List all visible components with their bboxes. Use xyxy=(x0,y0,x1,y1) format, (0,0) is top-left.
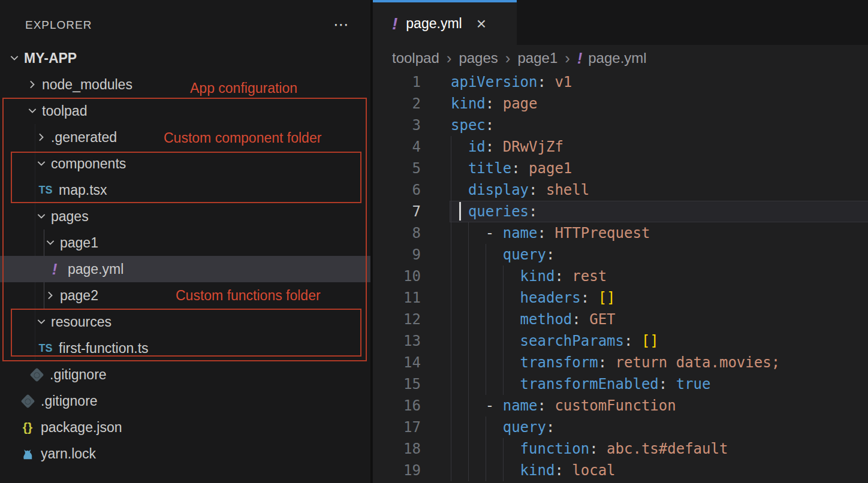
tree-item-root-my-app[interactable]: MY-APP xyxy=(0,45,370,71)
tree-item-map-tsx[interactable]: TSmap.tsx xyxy=(0,177,370,203)
line-number: 15 xyxy=(373,376,421,393)
tree-item-pages[interactable]: pages xyxy=(0,203,370,230)
code-editor[interactable]: 1apiVersion: v12kind: page3spec:4 id: DR… xyxy=(373,71,868,483)
code-line-6[interactable]: 6 display: shell xyxy=(373,179,868,201)
code-line-3[interactable]: 3spec: xyxy=(373,114,868,136)
code-line-10[interactable]: 10 kind: rest xyxy=(373,265,868,287)
code-line-text: title: page1 xyxy=(451,160,572,177)
code-line-4[interactable]: 4 id: DRwVjZf xyxy=(373,136,868,158)
line-number: 4 xyxy=(373,138,421,155)
chevron-down-icon xyxy=(8,52,20,64)
breadcrumb-item-page1[interactable]: page1 xyxy=(517,50,557,67)
tree-item-resources[interactable]: resources xyxy=(0,309,370,335)
breadcrumb-item-page-yml[interactable]: page.yml xyxy=(588,50,646,67)
line-number: 1 xyxy=(373,74,421,90)
tree-item-label: node_modules xyxy=(42,77,132,93)
tree-item-yarn-lock[interactable]: yarn.lock xyxy=(0,440,370,467)
code-line-8[interactable]: 8 - name: HTTPrequest xyxy=(373,222,868,244)
breadcrumb-item-toolpad[interactable]: toolpad xyxy=(392,50,439,67)
code-line-text: transformEnabled: true xyxy=(451,376,710,393)
tree-item-label: map.tsx xyxy=(59,182,107,198)
explorer-title: EXPLORER xyxy=(25,19,92,32)
vscode-window: EXPLORER ⋯ MY-APPnode_modulestoolpad.gen… xyxy=(0,0,868,483)
tree-item-label: page.yml xyxy=(68,261,123,277)
json-icon: {} xyxy=(20,419,35,435)
tree-item-page2[interactable]: page2 xyxy=(0,282,370,309)
ts-icon: TS xyxy=(38,182,53,198)
tree-item-label: package.json xyxy=(41,419,122,436)
code-line-14[interactable]: 14 transform: return data.movies; xyxy=(373,352,868,373)
tree-item-label: page2 xyxy=(60,288,98,304)
yaml-icon: ! xyxy=(47,261,62,277)
code-line-text: spec: xyxy=(451,117,494,134)
tree-item-page-yml[interactable]: !page.yml xyxy=(0,256,370,282)
code-line-text: queries: xyxy=(451,203,538,220)
tree-item-toolpad[interactable]: toolpad xyxy=(0,98,370,124)
code-line-5[interactable]: 5 title: page1 xyxy=(373,158,868,179)
tree-item-package-json[interactable]: {}package.json xyxy=(0,414,370,440)
tree-item-label: .gitignore xyxy=(50,367,107,383)
close-icon[interactable]: × xyxy=(477,16,486,32)
tree-item-components[interactable]: components xyxy=(0,150,370,177)
code-line-13[interactable]: 13 searchParams: [] xyxy=(373,330,868,352)
ts-icon: TS xyxy=(38,340,53,356)
line-number: 14 xyxy=(373,354,421,371)
tab-page-yml[interactable]: ! page.yml × xyxy=(373,0,517,45)
tree-item-label: toolpad xyxy=(42,103,87,119)
code-line-17[interactable]: 17 query: xyxy=(373,416,868,438)
tree-item-label: first-function.ts xyxy=(59,340,149,357)
tab-bar: ! page.yml × xyxy=(373,0,868,45)
chevron-down-icon xyxy=(35,210,47,222)
yarn-icon xyxy=(20,446,35,461)
line-number: 7 xyxy=(373,203,421,220)
tree-item-label: .generated xyxy=(51,129,117,146)
code-line-15[interactable]: 15 transformEnabled: true xyxy=(373,373,868,395)
explorer-sidebar: EXPLORER ⋯ MY-APPnode_modulestoolpad.gen… xyxy=(0,0,372,483)
chevron-right-icon xyxy=(26,79,38,90)
tree-item-node-modules[interactable]: node_modules xyxy=(0,71,370,98)
code-line-19[interactable]: 19 kind: local xyxy=(373,460,868,481)
code-line-text: apiVersion: v1 xyxy=(451,74,572,90)
git-icon xyxy=(29,367,44,382)
line-number: 13 xyxy=(373,333,421,349)
line-number: 3 xyxy=(373,117,421,134)
code-line-11[interactable]: 11 headers: [] xyxy=(373,287,868,309)
code-line-1[interactable]: 1apiVersion: v1 xyxy=(373,71,868,93)
chevron-down-icon xyxy=(26,105,38,117)
file-tree: MY-APPnode_modulestoolpad.generatedcompo… xyxy=(0,45,370,467)
code-line-text: function: abc.ts#default xyxy=(451,440,728,457)
code-line-text: display: shell xyxy=(451,182,589,198)
code-line-text: - name: HTTPrequest xyxy=(451,225,650,242)
line-number: 2 xyxy=(373,95,421,112)
tree-item-label: .gitignore xyxy=(41,393,98,409)
more-actions-icon[interactable]: ⋯ xyxy=(333,14,350,35)
breadcrumb-item-pages[interactable]: pages xyxy=(459,50,498,67)
code-line-text: transform: return data.movies; xyxy=(451,354,780,371)
tree-item--gitignore[interactable]: .gitignore xyxy=(0,361,370,388)
code-line-7[interactable]: 7 queries: xyxy=(373,201,868,222)
line-number: 18 xyxy=(373,440,421,457)
chevron-right-icon xyxy=(35,131,47,143)
line-number: 9 xyxy=(373,246,421,263)
code-line-text: - name: customFunction xyxy=(451,397,676,414)
breadcrumb: toolpad›pages›page1›!page.yml xyxy=(373,45,868,71)
code-line-text: searchParams: [] xyxy=(451,333,659,349)
code-line-18[interactable]: 18 function: abc.ts#default xyxy=(373,438,868,460)
code-line-12[interactable]: 12 method: GET xyxy=(373,309,868,330)
tree-item-label: pages xyxy=(51,209,89,225)
code-line-16[interactable]: 16 - name: customFunction xyxy=(373,395,868,416)
yaml-icon: ! xyxy=(577,50,582,67)
tree-item--gitignore[interactable]: .gitignore xyxy=(0,388,370,414)
root-folder-label: MY-APP xyxy=(24,50,77,67)
code-line-text: kind: local xyxy=(451,462,616,479)
breadcrumb-separator: › xyxy=(447,49,452,68)
tree-item--generated[interactable]: .generated xyxy=(0,124,370,150)
tree-item-page1[interactable]: page1 xyxy=(0,230,370,256)
tree-item-first-function-ts[interactable]: TSfirst-function.ts xyxy=(0,335,370,361)
line-number: 5 xyxy=(373,160,421,177)
tree-item-label: yarn.lock xyxy=(41,446,96,462)
tree-item-label: components xyxy=(51,156,126,172)
code-line-2[interactable]: 2kind: page xyxy=(373,93,868,114)
code-line-9[interactable]: 9 query: xyxy=(373,244,868,265)
chevron-down-icon xyxy=(35,158,47,170)
